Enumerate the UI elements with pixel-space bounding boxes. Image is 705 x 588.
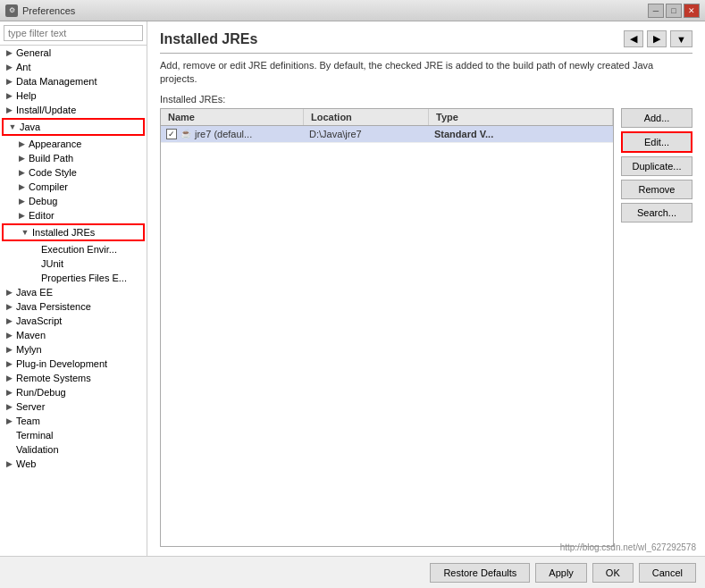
tree-label-install-update: Install/Update (14, 104, 78, 116)
bottom-bar: Restore Defaults Apply OK Cancel (0, 556, 705, 588)
tree-label-editor: Editor (27, 209, 56, 222)
main-container: ▶General▶Ant▶Data Management▶Help▶Instal… (0, 21, 705, 556)
title-bar-controls: ─ □ ✕ (648, 4, 700, 18)
tree-label-junit: JUnit (39, 257, 65, 270)
maximize-button[interactable]: □ (666, 4, 682, 18)
tree-label-team: Team (14, 415, 42, 427)
sidebar-item-team[interactable]: ▶Team (0, 414, 147, 428)
sidebar-item-junit[interactable]: JUnit (0, 256, 147, 271)
jre-name-0: jre7 (defaul... (195, 129, 252, 139)
sidebar-item-mylyn[interactable]: ▶Mylyn (0, 342, 147, 357)
tree-arrow-mylyn: ▶ (4, 345, 14, 354)
sidebar-item-help[interactable]: ▶Help (0, 88, 147, 103)
tree-arrow-debug: ▶ (16, 197, 27, 206)
tree-arrow-editor: ▶ (16, 211, 27, 220)
nav-buttons: ◀ ▶ ▼ (624, 30, 692, 47)
sidebar-item-maven[interactable]: ▶Maven (0, 328, 147, 342)
sidebar-item-ant[interactable]: ▶Ant (0, 60, 147, 74)
sidebar-item-validation[interactable]: Validation (0, 442, 147, 457)
table-label: Installed JREs: (160, 94, 692, 105)
sidebar-item-appearance[interactable]: ▶Appearance (0, 137, 147, 151)
right-buttons: Add... Edit... Duplicate... Remove Searc… (621, 108, 692, 547)
tree-arrow-java: ▼ (7, 122, 18, 131)
tree-arrow-compiler: ▶ (16, 182, 27, 191)
header-type: Type (429, 109, 613, 125)
minimize-button[interactable]: ─ (648, 4, 664, 18)
table-rows: ✓☕jre7 (defaul...D:\Java\jre7Standard V.… (161, 126, 613, 143)
sidebar-item-debug[interactable]: ▶Debug (0, 194, 147, 208)
tree-label-properties-files: Properties Files E... (39, 272, 129, 284)
tree-label-validation: Validation (14, 443, 61, 456)
tree-arrow-run-debug: ▶ (4, 388, 14, 397)
sidebar-item-execution-envir[interactable]: Execution Envir... (0, 242, 147, 256)
tree-label-maven: Maven (14, 329, 47, 341)
sidebar-item-general[interactable]: ▶General (0, 46, 147, 60)
nav-menu-button[interactable]: ▼ (670, 30, 692, 47)
app-icon: ⚙ (5, 4, 18, 17)
tree-label-mylyn: Mylyn (14, 343, 44, 356)
search-button[interactable]: Search... (621, 203, 692, 223)
tree-label-build-path: Build Path (27, 152, 75, 164)
sidebar-item-java-persistence[interactable]: ▶Java Persistence (0, 299, 147, 314)
sidebar-item-web[interactable]: ▶Web (0, 457, 147, 471)
tree-arrow-team: ▶ (4, 416, 14, 425)
header-name: Name (161, 109, 304, 125)
sidebar-item-compiler[interactable]: ▶Compiler (0, 180, 147, 194)
sidebar-item-code-style[interactable]: ▶Code Style (0, 165, 147, 180)
sidebar-item-javascript[interactable]: ▶JavaScript (0, 314, 147, 328)
filter-box (0, 21, 147, 46)
tree-arrow-java-persistence: ▶ (4, 302, 14, 311)
sidebar-item-properties-files[interactable]: Properties Files E... (0, 271, 147, 285)
tree-arrow-data-management: ▶ (4, 77, 14, 86)
apply-button[interactable]: Apply (535, 563, 587, 583)
cell-type-0: Standard V... (429, 126, 613, 142)
tree-label-installed-jres: Installed JREs (30, 226, 97, 239)
tree-arrow-maven: ▶ (4, 331, 14, 340)
title-text: Preferences (22, 5, 75, 16)
tree-label-server: Server (14, 400, 46, 413)
edit-button[interactable]: Edit... (621, 131, 692, 153)
tree-arrow-java-ee: ▶ (4, 288, 14, 297)
content-title: Installed JREs (160, 31, 257, 47)
back-button[interactable]: ◀ (624, 30, 643, 47)
sidebar-item-java[interactable]: ▼Java (2, 118, 145, 136)
sidebar-item-data-management[interactable]: ▶Data Management (0, 74, 147, 88)
sidebar-item-java-ee[interactable]: ▶Java EE (0, 285, 147, 299)
sidebar-item-run-debug[interactable]: ▶Run/Debug (0, 385, 147, 399)
sidebar-item-terminal[interactable]: Terminal (0, 428, 147, 442)
ok-button[interactable]: OK (592, 563, 634, 583)
forward-button[interactable]: ▶ (647, 30, 667, 47)
duplicate-button[interactable]: Duplicate... (621, 156, 692, 176)
sidebar-item-editor[interactable]: ▶Editor (0, 208, 147, 223)
sidebar-item-build-path[interactable]: ▶Build Path (0, 151, 147, 165)
sidebar-item-installed-jres[interactable]: ▼Installed JREs (2, 223, 145, 241)
jre-table-container: Name Location Type ✓☕jre7 (defaul...D:\J… (160, 108, 692, 547)
sidebar-item-install-update[interactable]: ▶Install/Update (0, 103, 147, 117)
add-button[interactable]: Add... (621, 108, 692, 128)
tree-arrow-help: ▶ (4, 91, 14, 100)
title-bar-left: ⚙ Preferences (5, 4, 75, 17)
tree-arrow-build-path: ▶ (16, 154, 27, 163)
jre-icon-0: ☕ (180, 129, 191, 139)
content-area: Installed JREs ◀ ▶ ▼ Add, remove or edit… (147, 21, 705, 556)
tree-arrow-javascript: ▶ (4, 316, 14, 325)
cell-location-0: D:\Java\jre7 (304, 126, 429, 142)
tree-arrow-general: ▶ (4, 48, 14, 57)
tree-label-plugin-development: Plug-in Development (14, 357, 109, 370)
remove-button[interactable]: Remove (621, 180, 692, 199)
tree-label-help: Help (14, 89, 38, 102)
cancel-button[interactable]: Cancel (639, 563, 696, 583)
restore-defaults-button[interactable]: Restore Defaults (430, 563, 530, 583)
jre-checkbox-0[interactable]: ✓ (166, 129, 177, 139)
table-row[interactable]: ✓☕jre7 (defaul...D:\Java\jre7Standard V.… (161, 126, 613, 143)
filter-input[interactable] (4, 25, 143, 41)
tree-arrow-web: ▶ (4, 459, 14, 468)
close-button[interactable]: ✕ (684, 4, 700, 18)
tree-arrow-appearance: ▶ (16, 139, 27, 148)
title-bar: ⚙ Preferences ─ □ ✕ (0, 0, 705, 21)
tree-arrow-plugin-development: ▶ (4, 359, 14, 368)
sidebar-item-plugin-development[interactable]: ▶Plug-in Development (0, 357, 147, 371)
sidebar-item-server[interactable]: ▶Server (0, 399, 147, 414)
tree-arrow-server: ▶ (4, 402, 14, 411)
sidebar-item-remote-systems[interactable]: ▶Remote Systems (0, 371, 147, 385)
